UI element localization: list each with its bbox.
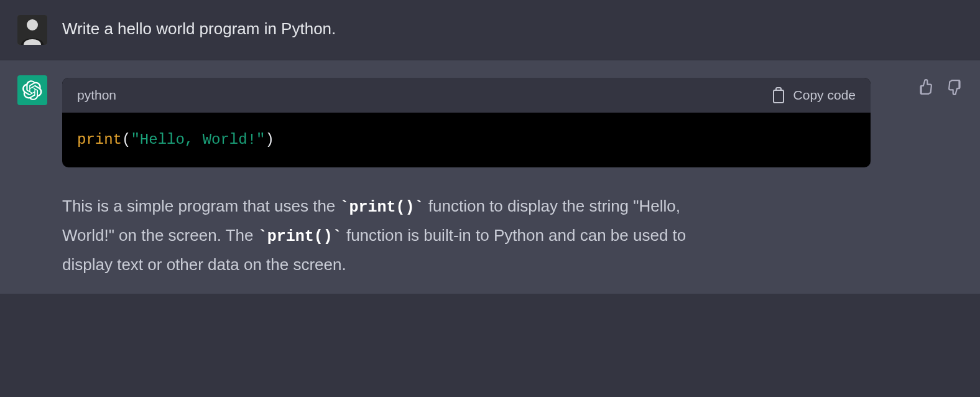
code-token-paren-close: ) — [265, 131, 274, 148]
user-message-content: Write a hello world program in Python. — [62, 15, 871, 45]
thumbs-down-button[interactable] — [946, 78, 965, 96]
copy-code-button[interactable]: Copy code — [771, 86, 856, 104]
assistant-avatar — [17, 75, 47, 105]
thumbs-up-icon — [917, 79, 933, 95]
svg-point-1 — [27, 19, 38, 30]
code-block-body: print("Hello, World!") — [62, 113, 871, 167]
user-message-row: Write a hello world program in Python. — [0, 0, 980, 60]
svg-rect-2 — [774, 90, 784, 103]
code-block: python Copy code print("Hello, World!") — [62, 78, 871, 167]
thumbs-up-button[interactable] — [915, 78, 934, 96]
user-avatar — [17, 15, 47, 45]
code-block-header: python Copy code — [62, 78, 871, 113]
openai-logo-icon — [22, 80, 42, 100]
code-token-paren-open: ( — [122, 131, 131, 148]
copy-code-label: Copy code — [793, 88, 856, 103]
assistant-message-row: python Copy code print("Hello, World!") … — [0, 60, 980, 294]
user-message-text: Write a hello world program in Python. — [62, 17, 871, 40]
inline-code-1: `print()` — [340, 198, 424, 217]
feedback-buttons — [915, 78, 965, 96]
explain-part1: This is a simple program that uses the — [62, 197, 340, 215]
inline-code-2: `print()` — [258, 228, 342, 246]
user-avatar-icon — [17, 15, 47, 45]
thumbs-down-icon — [948, 79, 964, 95]
code-language-label: python — [77, 88, 116, 103]
code-token-func: print — [77, 131, 122, 148]
code-token-string: "Hello, World!" — [131, 131, 265, 148]
assistant-message-content: python Copy code print("Hello, World!") … — [62, 75, 871, 279]
clipboard-icon — [771, 86, 786, 104]
assistant-explanation: This is a simple program that uses the `… — [62, 192, 734, 279]
